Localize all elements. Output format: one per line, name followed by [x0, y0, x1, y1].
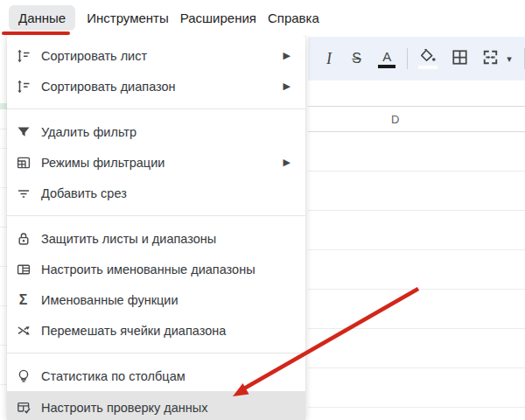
- text-color-button[interactable]: A: [375, 49, 398, 68]
- filter-icon: [15, 123, 32, 140]
- menu-item-label: Добавить срез: [41, 186, 127, 200]
- menu-item-column-stats[interactable]: Статистика по столбцам: [7, 360, 305, 391]
- menu-item-label: Сортировать лист: [41, 49, 147, 63]
- menubar-item-help[interactable]: Справка: [268, 5, 319, 31]
- menu-divider: [7, 353, 305, 354]
- menubar-item-extensions[interactable]: Расширения: [180, 5, 256, 31]
- fill-color-icon: [419, 49, 437, 66]
- menu-item-label: Сортировать диапазон: [41, 80, 176, 94]
- italic-icon: I: [326, 50, 332, 68]
- menu-bar: Данные Инструменты Расширения Справка: [0, 0, 525, 35]
- menu-divider: [7, 215, 305, 216]
- dropdown-caret-icon: ▾: [507, 53, 512, 65]
- menu-item-sort-range[interactable]: Сортировать диапазон ▶: [7, 71, 305, 102]
- column-header-row[interactable]: D: [308, 107, 525, 132]
- menu-item-label: Перемешать ячейки диапазона: [41, 324, 226, 338]
- menu-item-named-functions[interactable]: Σ Именованные функции: [7, 284, 305, 315]
- menubar-item-data[interactable]: Данные: [9, 5, 75, 31]
- named-ranges-icon: [15, 261, 32, 277]
- menu-item-filter-views[interactable]: Режимы фильтрации ▶: [7, 147, 305, 178]
- column-header-d[interactable]: D: [391, 113, 399, 126]
- data-menu-dropdown: Сортировать лист ▶ Сортировать диапазон …: [7, 35, 305, 420]
- filter-views-icon: [15, 154, 32, 171]
- menu-item-label: Защитить листы и диапазоны: [41, 232, 216, 246]
- formatting-toolbar: I S A: [308, 37, 525, 80]
- toolbar-divider: [407, 48, 408, 69]
- menu-item-label: Настроить проверку данных: [41, 401, 208, 415]
- sigma-icon: Σ: [15, 291, 32, 308]
- menu-item-add-slicer[interactable]: Добавить срез: [7, 178, 305, 208]
- menu-item-remove-filter[interactable]: Удалить фильтр: [7, 116, 305, 147]
- merge-cells-dropdown[interactable]: ▾: [503, 53, 515, 65]
- menu-item-named-ranges[interactable]: Настроить именованные диапазоны: [7, 254, 305, 284]
- menu-item-sort-sheet[interactable]: Сортировать лист ▶: [7, 40, 305, 71]
- menu-item-randomize-range[interactable]: Перемешать ячейки диапазона: [7, 315, 305, 346]
- borders-icon: [451, 48, 469, 70]
- text-color-icon: A: [382, 49, 391, 64]
- menu-item-label: Настроить именованные диапазоны: [41, 262, 256, 276]
- gridline-rows: [0, 109, 7, 420]
- submenu-arrow-icon: ▶: [284, 80, 290, 92]
- strikethrough-button[interactable]: S: [346, 51, 368, 66]
- lock-icon: [15, 230, 32, 247]
- merge-cells-button[interactable]: [480, 48, 500, 70]
- menu-item-label: Удалить фильтр: [41, 125, 136, 139]
- menu-item-label: Статистика по столбцам: [41, 369, 186, 383]
- menubar-item-tools[interactable]: Инструменты: [87, 5, 169, 31]
- menu-item-label: Режимы фильтрации: [41, 156, 164, 170]
- merge-cells-icon: [481, 48, 500, 70]
- sort-icon: [15, 47, 32, 64]
- submenu-arrow-icon: ▶: [284, 157, 290, 168]
- slicer-icon: [15, 185, 32, 201]
- formula-bar-strip: [308, 80, 525, 107]
- spreadsheet-pane: D: [308, 80, 525, 420]
- menu-item-data-validation[interactable]: Настроить проверку данных: [7, 391, 305, 420]
- menu-divider: [7, 108, 305, 109]
- menu-item-protect-sheets[interactable]: Защитить листы и диапазоны: [7, 223, 305, 254]
- sheet-left-sliver: [0, 35, 7, 420]
- sheet-grid[interactable]: [308, 132, 525, 420]
- menu-item-label: Именованные функции: [41, 293, 178, 307]
- fill-color-button[interactable]: [416, 49, 440, 69]
- sort-icon: [15, 78, 32, 94]
- strikethrough-icon: S: [352, 51, 361, 66]
- italic-button[interactable]: I: [320, 50, 338, 68]
- fill-color-swatch: [418, 66, 438, 69]
- data-validation-icon: [15, 399, 32, 416]
- submenu-arrow-icon: ▶: [284, 50, 290, 61]
- lightbulb-icon: [15, 368, 32, 384]
- text-color-swatch: [378, 65, 396, 68]
- shuffle-icon: [15, 322, 32, 339]
- borders-button[interactable]: [450, 48, 471, 70]
- red-underline-annotation: [2, 32, 70, 35]
